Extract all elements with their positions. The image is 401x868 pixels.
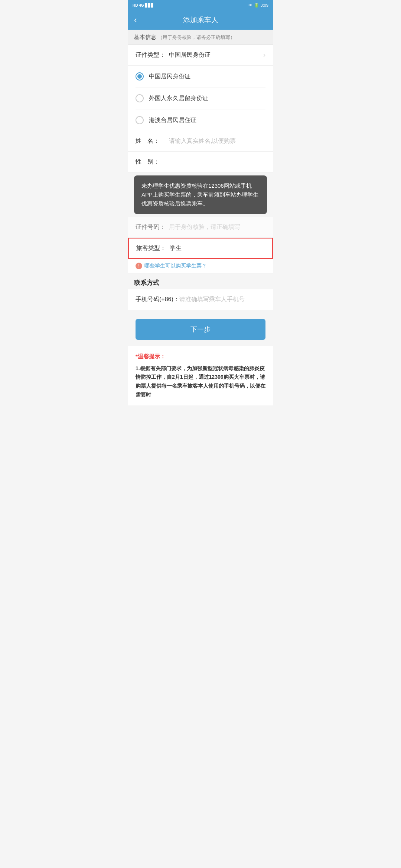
network-indicator: HD 4G ▊▊▊ [133, 3, 154, 7]
phone-row[interactable]: 手机号码(+86)： 请准确填写乘车人手机号 [128, 289, 273, 310]
phone-label: 手机号码(+86)： [136, 296, 179, 303]
eye-icon: 👁 [248, 3, 252, 7]
name-row[interactable]: 姓 名： 请输入真实姓名,以便购票 [128, 131, 273, 152]
passenger-type-row[interactable]: 旅客类型： 学生 [128, 238, 273, 259]
tooltip-text: 未办理学生优惠资质核验在12306网站或手机APP上购买学生票的，乘车前须到车站… [141, 183, 258, 207]
phone-placeholder: 请准确填写乘车人手机号 [179, 296, 265, 303]
name-input-placeholder: 请输入真实姓名,以便购票 [169, 137, 265, 145]
radio-circle-chinese-id [136, 72, 144, 80]
tips-text: 1.根据有关部门要求，为加强新型冠状病毒感染的肺炎疫情防控工作，自2月1日起，通… [136, 365, 265, 398]
battery-icon: 🔋 [254, 3, 259, 8]
next-button[interactable]: 下一步 [136, 319, 265, 340]
radio-option-foreign-id[interactable]: 外国人永久居留身份证 [136, 88, 265, 109]
radio-label-foreign-id: 外国人永久居留身份证 [149, 95, 208, 102]
tooltip-popup: 未办理学生优惠资质核验在12306网站或手机APP上购买学生票的，乘车前须到车站… [134, 175, 267, 214]
id-type-row[interactable]: 证件类型： 中国居民身份证 › [128, 45, 273, 66]
basic-info-section-header: 基本信息 （用于身份核验，请务必正确填写） [128, 30, 273, 45]
tips-content: 1.根据有关部门要求，为加强新型冠状病毒感染的肺炎疫情防控工作，自2月1日起，通… [136, 364, 265, 400]
radio-label-hkmacau-id: 港澳台居民居住证 [149, 116, 196, 124]
radio-circle-foreign-id [136, 94, 144, 102]
tips-section: *温馨提示： 1.根据有关部门要求，为加强新型冠状病毒感染的肺炎疫情防控工作，自… [128, 346, 273, 405]
id-number-placeholder: 用于身份核验，请正确填写 [169, 223, 265, 231]
nav-bar: ‹ 添加乘车人 [128, 10, 273, 30]
gender-label: 性 别： [136, 158, 169, 166]
radio-option-hkmacau-id[interactable]: 港澳台居民居住证 [136, 109, 265, 131]
info-icon: ! [136, 263, 142, 269]
id-type-radio-group: 中国居民身份证 外国人永久居留身份证 港澳台居民居住证 [128, 66, 273, 131]
passenger-type-value: 学生 [170, 244, 265, 252]
status-right: 👁 🔋 3:09 [248, 3, 268, 8]
page-title: 添加乘车人 [183, 15, 218, 25]
radio-circle-hkmacau-id [136, 116, 144, 124]
chevron-right-icon: › [263, 51, 265, 59]
section-label: 基本信息 [134, 34, 156, 40]
radio-option-chinese-id[interactable]: 中国居民身份证 [136, 66, 265, 88]
section-note: （用于身份核验，请务必正确填写） [158, 34, 235, 40]
gender-row[interactable]: 性 别： [128, 152, 273, 172]
passenger-type-label: 旅客类型： [136, 244, 170, 252]
name-label: 姓 名： [136, 137, 169, 145]
student-info-link[interactable]: ! 哪些学生可以购买学生票？ [128, 259, 273, 273]
back-button[interactable]: ‹ [134, 15, 137, 25]
status-left: HD 4G ▊▊▊ [133, 3, 154, 7]
id-number-label: 证件号码： [136, 223, 169, 231]
contact-section-title: 联系方式 [128, 273, 273, 289]
time-display: 3:09 [261, 3, 268, 7]
back-icon: ‹ [134, 15, 137, 24]
id-type-value: 中国居民身份证 [169, 51, 263, 59]
info-link-text: 哪些学生可以购买学生票？ [144, 263, 207, 269]
id-type-label: 证件类型： [136, 51, 169, 59]
status-bar: HD 4G ▊▊▊ 👁 🔋 3:09 [128, 0, 273, 10]
id-number-row: 证件号码： 用于身份核验，请正确填写 [128, 217, 273, 238]
radio-label-chinese-id: 中国居民身份证 [149, 73, 190, 80]
tips-title: *温馨提示： [136, 352, 265, 361]
